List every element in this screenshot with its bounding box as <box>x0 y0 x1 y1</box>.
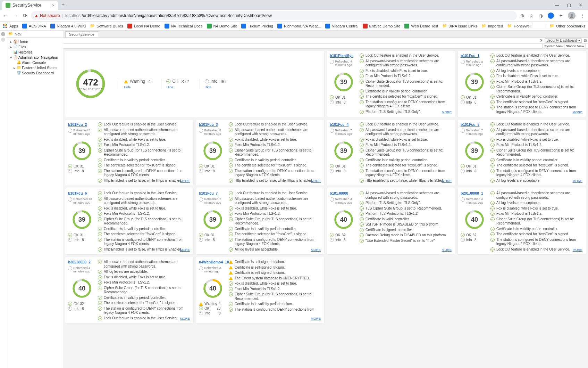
bookmark-item[interactable]: 📁JIRA Issue Links <box>442 24 477 28</box>
bookmark-item[interactable]: Niagara Central <box>325 24 359 28</box>
ok-icon <box>360 128 364 132</box>
finding-row: Certificate is self-signed: tridium. <box>229 260 321 264</box>
bookmark-item[interactable]: 📁Software Builds <box>90 24 123 28</box>
bookmark-item[interactable]: Niagara 4.0 WIKI <box>50 24 86 28</box>
new-tab-button[interactable]: + <box>61 2 65 8</box>
bookmark-item[interactable]: Apps <box>3 24 18 28</box>
rail-icon[interactable] <box>1 32 5 36</box>
bookmark-item[interactable]: 📁Imported <box>481 24 503 28</box>
ok-icon <box>490 95 495 99</box>
nav-forward-button[interactable]: → <box>13 13 18 18</box>
hide-link[interactable]: Hide <box>205 85 226 89</box>
station-name-link[interactable]: b101Fcu_5 <box>461 122 479 126</box>
view-dropdown[interactable]: Security Dashboard▾ <box>545 38 582 43</box>
nav-tree-item[interactable]: ▾📋Administrator Navigation <box>7 55 62 60</box>
main-tab[interactable]: SecurityService <box>65 31 98 37</box>
pin-icon[interactable]: ⊡ <box>584 39 587 42</box>
more-link[interactable]: MORE <box>573 179 583 183</box>
station-name-link[interactable]: b101PlantSys <box>330 54 353 58</box>
incognito-icon[interactable]: ◑ <box>539 13 543 18</box>
nav-tree-item[interactable]: ▸📄Files <box>7 44 62 49</box>
more-link[interactable]: MORE <box>311 179 321 183</box>
finding-row: Certificate is valid: controller <box>360 217 452 222</box>
station-name-link[interactable]: b101J8000 <box>330 191 348 195</box>
more-link[interactable]: MORE <box>573 248 583 252</box>
total-gauge: 472TOTAL FEATURES <box>75 68 106 99</box>
more-link[interactable]: MORE <box>442 248 452 252</box>
extensions-puzzle-icon[interactable]: ✦ <box>559 13 563 18</box>
bookmark-item[interactable]: Tridium Pricing <box>241 24 273 28</box>
star-icon[interactable]: ☆ <box>529 13 534 18</box>
svg-rect-18 <box>325 24 330 28</box>
nav-tree-item[interactable]: 📊Histories <box>7 49 62 55</box>
more-link[interactable]: MORE <box>180 317 190 320</box>
hide-link[interactable]: Hide <box>124 85 151 89</box>
bookmark-item[interactable]: 📁Honeywell <box>507 24 531 28</box>
ok-icon <box>330 233 334 237</box>
station-name-link[interactable]: b101Fcu_2 <box>68 122 87 126</box>
station-name-link[interactable]: b201J8000_1 <box>461 191 483 195</box>
bookmark-icon <box>207 24 212 28</box>
score-gauge: 39 <box>72 209 92 230</box>
more-link[interactable]: MORE <box>311 317 321 320</box>
more-link[interactable]: MORE <box>311 248 321 252</box>
score-gauge: 39 <box>202 209 223 230</box>
more-link[interactable]: MORE <box>573 110 583 114</box>
bookmark-item[interactable]: Richmond, VA Weat... <box>277 24 321 28</box>
refresh-icon <box>329 59 335 65</box>
ok-icon <box>490 247 495 252</box>
window-close-button[interactable]: ✕ <box>579 2 582 8</box>
ok-icon <box>98 232 102 236</box>
station-name-link[interactable]: b101Fcu_1 <box>461 54 479 58</box>
chrome-menu-icon[interactable]: ⋮ <box>580 13 585 18</box>
more-link[interactable]: MORE <box>442 110 452 114</box>
ok-icon <box>490 191 495 195</box>
nav-tree-item[interactable]: ▸🏠Home <box>7 39 62 44</box>
more-link[interactable]: MORE <box>180 179 190 183</box>
tab-close-icon[interactable]: × <box>52 3 54 8</box>
station-name-link[interactable]: b101Fcu_7 <box>199 191 218 195</box>
bookmark-item[interactable]: ACS JIRA <box>22 24 46 28</box>
station-name-link[interactable]: b101Fcu_3 <box>199 122 218 126</box>
ok-icon <box>229 232 233 236</box>
score-gauge: 40 <box>464 209 485 230</box>
bookmark-item[interactable]: Web Demo Test <box>404 24 438 28</box>
ok-icon <box>490 206 495 211</box>
other-bookmarks[interactable]: 📁Other bookmarks <box>549 24 585 28</box>
main-toolbar: ⟳ Security Dashboard▾ ⊡ <box>63 38 588 44</box>
rail-icon[interactable] <box>1 38 5 42</box>
refresh-icon[interactable]: ⟳ <box>540 39 543 42</box>
bookmark-icon <box>50 24 55 28</box>
nav-tree-item[interactable]: 🛡️Security Dashboard <box>7 70 62 75</box>
station-name-link[interactable]: b302J8000_2 <box>68 260 91 264</box>
finding-row: Lock Out feature is enabled in the User … <box>229 122 321 127</box>
ok-icon <box>98 296 102 300</box>
ok-icon <box>360 239 364 243</box>
nav-reload-button[interactable]: ⟳ <box>23 13 27 19</box>
address-bar[interactable]: ▲ Not secure | localhost/ord/hierarchy:/… <box>31 11 517 20</box>
profile-avatar[interactable] <box>568 12 576 19</box>
bookmark-item[interactable]: N4 Demo Site <box>207 24 237 28</box>
nav-back-button[interactable]: ← <box>3 13 8 18</box>
extension-icon[interactable] <box>548 13 554 19</box>
view-toggle[interactable]: System View Station View <box>543 44 586 48</box>
station-name-link[interactable]: b101Fcu_4 <box>330 122 348 126</box>
window-maximize-button[interactable]: ▢ <box>567 2 571 8</box>
more-link[interactable]: MORE <box>180 248 190 252</box>
hide-link[interactable]: Hide <box>166 85 189 89</box>
zoom-icon[interactable]: ⊕ <box>520 13 524 18</box>
ok-icon <box>490 143 495 147</box>
station-name-link[interactable]: b101Fcu_6 <box>68 191 87 195</box>
ok-icon <box>229 148 233 153</box>
window-minimize-button[interactable]: — <box>555 2 559 8</box>
more-link[interactable]: MORE <box>442 179 452 183</box>
browser-tab[interactable]: SecurityService × <box>2 1 58 10</box>
bookmark-item[interactable]: EntSec Demo Site <box>363 24 401 28</box>
refreshed-label: Refreshed a minute ago <box>199 265 225 276</box>
nav-tree-item[interactable]: ▸📁Eastern United States <box>7 65 62 70</box>
bookmark-item[interactable]: Local N4 Demo <box>127 24 160 28</box>
bookmark-item[interactable]: N4 Technical Docs <box>165 24 203 28</box>
nav-tree-item[interactable]: 🔔Alarm Console <box>7 60 62 65</box>
station-name-link[interactable]: n4WebDemo4_10 <box>199 260 229 264</box>
finding-row: The certificate selected for "foxsCert" … <box>490 163 583 168</box>
